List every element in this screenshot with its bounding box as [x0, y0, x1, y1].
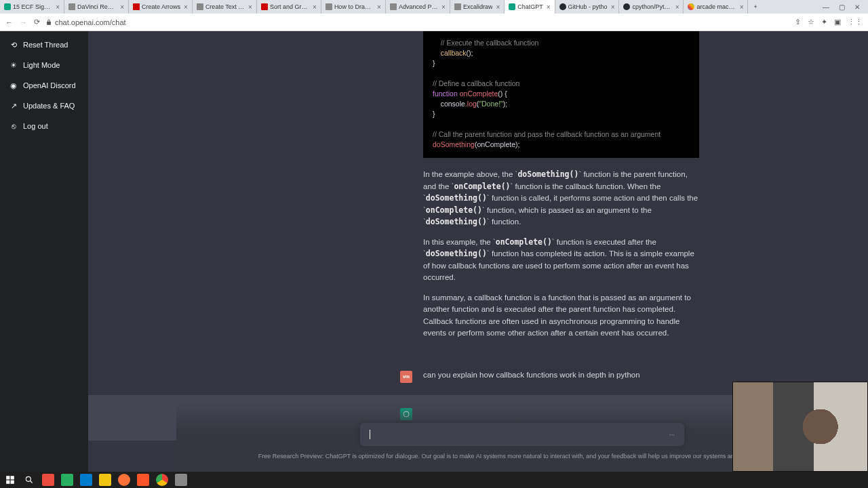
sidebar-item-discord[interactable]: ◉ OpenAI Discord [4, 76, 84, 95]
tab-close-button[interactable]: × [740, 3, 744, 11]
favicon [326, 3, 332, 10]
browser-tab[interactable]: Create Text Re…× [193, 0, 257, 14]
svg-rect-3 [6, 481, 9, 484]
favicon [509, 3, 515, 10]
favicon [559, 3, 566, 10]
url-text: chat.openai.com/chat [55, 18, 126, 26]
task-firefox[interactable] [118, 474, 130, 486]
browser-tab[interactable]: cpython/Pytho…× [619, 0, 684, 14]
sidebar-item-updates-faq[interactable]: ↗ Updates & FAQ [4, 96, 84, 115]
svg-rect-1 [6, 476, 9, 479]
sidebar: ⟲ Reset Thread ☀ Light Mode ◉ OpenAI Dis… [0, 31, 88, 472]
user-message-text: can you explain how callback functions w… [423, 371, 640, 379]
close-window-button[interactable]: ✕ [854, 3, 860, 11]
favicon [68, 3, 75, 10]
tab-title: cpython/Pytho… [632, 3, 671, 10]
code-block: // Execute the callback function callbac… [423, 31, 699, 158]
tab-close-button[interactable]: × [675, 3, 679, 11]
new-tab-button[interactable]: + [748, 3, 762, 10]
chat-input-container[interactable]: ··· [360, 423, 684, 446]
url-field[interactable]: chat.openai.com/chat [45, 18, 789, 26]
sidebar-item-label: OpenAI Discord [23, 81, 76, 89]
tab-title: Sort and Group [270, 3, 309, 10]
menu-icon[interactable]: ⋮⋮ [848, 18, 863, 26]
external-link-icon: ↗ [9, 102, 18, 110]
star-icon[interactable]: ☆ [808, 18, 814, 26]
tab-title: 15 ECF Signals [13, 3, 52, 10]
tab-title: DaVinci Resol… [77, 3, 117, 10]
svg-rect-4 [11, 481, 14, 484]
tab-close-button[interactable]: × [547, 3, 551, 11]
start-button[interactable] [4, 474, 16, 486]
task-app-2[interactable] [61, 474, 73, 486]
browser-tab[interactable]: Sort and Group× [257, 0, 321, 14]
task-chrome[interactable] [156, 474, 168, 486]
task-app-3[interactable] [175, 474, 187, 486]
side-panel-icon[interactable]: ▣ [834, 18, 841, 26]
assistant-message: In the example above, the `doSomething()… [423, 169, 699, 340]
sun-icon: ☀ [9, 61, 18, 69]
tab-close-button[interactable]: × [56, 3, 60, 11]
share-icon[interactable]: ⇪ [795, 18, 801, 26]
tab-close-button[interactable]: × [120, 3, 124, 11]
forward-button[interactable]: → [20, 18, 27, 26]
send-button[interactable]: ··· [669, 431, 675, 439]
favicon [133, 3, 140, 10]
tab-close-button[interactable]: × [248, 3, 252, 11]
sidebar-item-label: Reset Thread [23, 41, 68, 49]
sidebar-item-label: Log out [23, 122, 48, 130]
minimize-button[interactable]: — [823, 3, 829, 11]
tab-title: Create Arrows [142, 3, 180, 10]
browser-tab[interactable]: How to Draw a× [321, 0, 386, 14]
task-explorer[interactable] [99, 474, 111, 486]
browser-tab[interactable]: Excalidraw× [450, 0, 505, 14]
tab-title: ChatGPT [517, 3, 543, 10]
tab-close-button[interactable]: × [313, 3, 317, 11]
favicon [4, 3, 11, 10]
back-button[interactable]: ← [5, 18, 13, 26]
reload-button[interactable]: ⟳ [34, 18, 40, 26]
tab-close-button[interactable]: × [377, 3, 381, 11]
browser-tab-strip: 15 ECF Signals×DaVinci Resol…×Create Arr… [0, 0, 868, 14]
extensions-icon[interactable]: ✦ [821, 18, 827, 26]
discord-icon: ◉ [9, 81, 18, 89]
tab-title: Excalidraw [463, 3, 493, 10]
tab-title: Create Text Re… [205, 3, 245, 10]
maximize-button[interactable]: ▢ [839, 3, 845, 11]
browser-tab[interactable]: Create Arrows× [129, 0, 193, 14]
tab-close-button[interactable]: × [441, 3, 446, 11]
sidebar-item-label: Light Mode [23, 61, 60, 69]
chat-input[interactable] [370, 430, 669, 439]
browser-tab[interactable]: GitHub - pytho× [555, 0, 620, 14]
tab-close-button[interactable]: × [496, 3, 500, 11]
tab-close-button[interactable]: × [184, 3, 188, 11]
user-avatar: vm [400, 371, 412, 383]
svg-line-6 [31, 481, 33, 483]
tab-title: How to Draw a [334, 3, 374, 10]
sidebar-item-log-out[interactable]: ⎋ Log out [4, 117, 84, 136]
address-bar: ← → ⟳ chat.openai.com/chat ⇪ ☆ ✦ ▣ ⋮⋮ [0, 14, 868, 31]
browser-tab[interactable]: 15 ECF Signals× [0, 0, 64, 14]
window-controls: — ▢ ✕ [814, 3, 868, 11]
sidebar-item-reset-thread[interactable]: ⟲ Reset Thread [4, 35, 84, 54]
browser-tab[interactable]: Advanced Pain…× [386, 0, 450, 14]
tab-title: arcade machin… [696, 3, 736, 10]
browser-tab[interactable]: ChatGPT× [505, 0, 555, 14]
tab-title: Advanced Pain… [399, 3, 438, 10]
browser-tab[interactable]: arcade machin…× [684, 0, 748, 14]
task-brave[interactable] [137, 474, 149, 486]
browser-tab[interactable]: DaVinci Resol…× [64, 0, 129, 14]
webcam-overlay [732, 382, 868, 472]
search-icon[interactable] [23, 474, 35, 486]
taskbar [0, 472, 868, 488]
favicon [688, 3, 694, 10]
favicon [261, 3, 268, 10]
sidebar-item-light-mode[interactable]: ☀ Light Mode [4, 56, 84, 75]
task-app-1[interactable] [42, 474, 54, 486]
tab-close-button[interactable]: × [611, 3, 615, 11]
refresh-icon: ⟲ [9, 41, 18, 49]
logout-icon: ⎋ [9, 122, 18, 130]
svg-rect-2 [11, 476, 14, 479]
task-vscode[interactable] [80, 474, 92, 486]
favicon [197, 3, 203, 10]
